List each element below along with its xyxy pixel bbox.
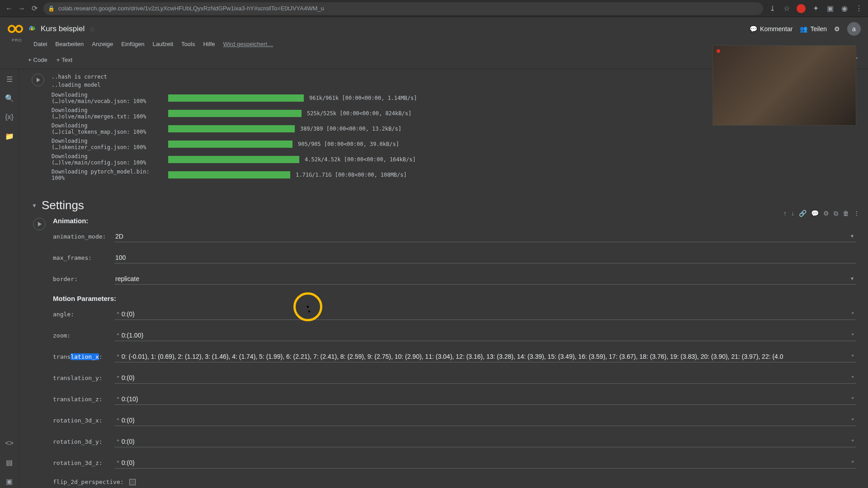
label-zoom: zoom: — [53, 332, 110, 339]
download-stats: 525k/525k [00:00<00:00, 824kB/s] — [307, 110, 411, 117]
avatar[interactable]: a — [847, 22, 861, 36]
kommentar-button[interactable]: 💬 Kommentar — [750, 25, 793, 33]
label-translation-y: translation_y: — [53, 375, 110, 381]
cell-toolbar: ↑ ↓ 🔗 💬 ⚙ ⧉ 🗑 ⋮ — [783, 210, 860, 217]
settings-cell-icon[interactable]: ⚙ — [823, 210, 829, 217]
download-stats: 389/389 [00:00<00:00, 13.2kB/s] — [300, 126, 401, 132]
install-icon[interactable]: ⤓ — [768, 4, 777, 13]
progress-bar — [168, 171, 290, 178]
dropdown-arrow-icon[interactable]: ▼ — [850, 276, 854, 281]
toc-icon[interactable]: ☰ — [5, 75, 14, 84]
star-icon[interactable]: ☆ — [89, 25, 95, 33]
mirror-icon[interactable]: ⧉ — [834, 210, 838, 217]
progress-bar — [168, 94, 304, 102]
drive-icon — [28, 25, 36, 33]
input-translation-z[interactable] — [122, 394, 849, 404]
download-label: Downloading pytorch_model.bin: 100% — [52, 169, 165, 181]
webcam-overlay — [712, 45, 856, 126]
save-status: Wird gespeichert… — [223, 41, 273, 47]
menu-datei[interactable]: Datei — [33, 41, 47, 47]
browser-chrome: ← → ⟳ 🔒 colab.research.google.com/drive/… — [0, 0, 868, 17]
variables-icon[interactable]: {x} — [5, 113, 14, 122]
label-rotation-3d-y: rotation_3d_y: — [53, 438, 110, 445]
move-up-icon[interactable]: ↑ — [783, 210, 787, 217]
url-text: colab.research.google.com/drive/1v2zLyXc… — [58, 5, 324, 12]
input-rotation-3d-x[interactable] — [122, 415, 849, 426]
download-stats: 905/905 [00:00<00:00, 39.0kB/s] — [298, 141, 399, 147]
search-icon[interactable]: 🔍 — [5, 94, 14, 103]
label-flip-2d: flip_2d_perspective: — [53, 479, 124, 485]
run-button-output[interactable] — [32, 74, 44, 86]
gear-icon: ⚙ — [834, 25, 840, 33]
menu-tools[interactable]: Tools — [181, 41, 195, 47]
download-label: Downloading (…)olve/main/vocab.json: 100… — [52, 92, 165, 104]
more-icon[interactable]: ⋮ — [854, 210, 860, 217]
lock-icon: 🔒 — [48, 5, 55, 12]
delete-icon[interactable]: 🗑 — [843, 210, 849, 217]
terminal-icon[interactable]: ▣ — [5, 477, 14, 486]
menu-hilfe[interactable]: Hilfe — [203, 41, 215, 47]
menu-anzeige[interactable]: Anzeige — [92, 41, 113, 47]
colab-logo[interactable]: PRO — [7, 21, 24, 37]
comment-cell-icon[interactable]: 💬 — [811, 210, 819, 217]
input-rotation-3d-y[interactable] — [122, 436, 849, 447]
progress-bar — [168, 125, 295, 132]
forward-button[interactable]: → — [17, 4, 26, 13]
label-rotation-3d-z: rotation_3d_z: — [53, 460, 110, 466]
pro-badge: PRO — [12, 38, 22, 42]
left-rail: ☰ 🔍 {x} 📁 <> ▤ ▣ — [0, 69, 19, 488]
input-max-frames[interactable] — [114, 252, 856, 263]
progress-bar — [168, 110, 302, 117]
comment-icon: 💬 — [750, 25, 757, 33]
add-text-button[interactable]: + Text — [52, 55, 77, 65]
label-border: border: — [53, 276, 110, 282]
notebook-content[interactable]: ..hash is correct ..loading model Downlo… — [19, 69, 868, 488]
download-label: Downloading (…)cial_tokens_map.json: 100… — [52, 122, 165, 135]
settings-gear-button[interactable]: ⚙ — [834, 25, 840, 33]
input-zoom[interactable] — [122, 330, 849, 341]
input-rotation-3d-z[interactable] — [122, 457, 849, 468]
add-code-button[interactable]: + Code — [24, 55, 52, 65]
extensions-icon[interactable]: ✦ — [811, 4, 820, 13]
svg-point-1 — [16, 26, 22, 32]
link-icon[interactable]: 🔗 — [799, 210, 807, 217]
doc-title[interactable]: Kurs beispiel — [41, 24, 85, 33]
collapse-arrow-icon[interactable]: ▼ — [32, 202, 37, 209]
extension-badge[interactable] — [797, 4, 806, 13]
files-icon[interactable]: 📁 — [5, 131, 14, 141]
settings-heading: ▼ Settings — [32, 198, 863, 212]
menu-bearbeiten[interactable]: Bearbeiten — [55, 41, 84, 47]
download-row: Downloading (…)lve/main/config.json: 100… — [52, 153, 863, 166]
label-animation-mode: animation_mode: — [53, 233, 110, 240]
input-animation-mode[interactable] — [114, 231, 856, 242]
progress-bar — [168, 156, 299, 163]
input-angle[interactable] — [122, 309, 849, 319]
code-snippets-icon[interactable]: <> — [5, 439, 14, 448]
bookmark-icon[interactable]: ☆ — [782, 4, 791, 13]
back-button[interactable]: ← — [5, 4, 14, 13]
input-translation-y[interactable] — [122, 372, 849, 383]
command-palette-icon[interactable]: ▤ — [5, 458, 14, 467]
menu-laufzeit[interactable]: Laufzeit — [153, 41, 174, 47]
input-border[interactable] — [114, 273, 856, 285]
reload-button[interactable]: ⟳ — [30, 4, 39, 13]
address-bar[interactable]: 🔒 colab.research.google.com/drive/1v2zLy… — [43, 2, 763, 15]
checkbox-flip-2d[interactable] — [129, 479, 136, 485]
download-label: Downloading (…)olve/main/merges.txt: 100… — [52, 107, 165, 120]
progress-bar — [168, 141, 292, 148]
profile-icon[interactable]: ◉ — [840, 4, 849, 13]
menu-icon[interactable]: ⋮ — [854, 4, 863, 13]
form-cell: ↑ ↓ 🔗 💬 ⚙ ⧉ 🗑 ⋮ Animation: animation_mod… — [26, 217, 863, 485]
share-icon: 👥 — [800, 25, 807, 33]
download-label: Downloading (…)lve/main/config.json: 100… — [52, 153, 165, 166]
download-stats: 4.52k/4.52k [00:00<00:00, 164kB/s] — [305, 156, 416, 163]
run-button-form[interactable] — [33, 218, 46, 230]
download-label: Downloading (…)okenizer_config.json: 100… — [52, 138, 165, 150]
dropdown-arrow-icon[interactable]: ▼ — [850, 234, 854, 239]
teilen-button[interactable]: 👥 Teilen — [800, 25, 827, 33]
animation-section-title: Animation: — [53, 217, 856, 225]
input-translation-x[interactable] — [122, 351, 849, 362]
menu-einfugen[interactable]: Einfügen — [121, 41, 144, 47]
sidepanel-icon[interactable]: ▣ — [826, 4, 835, 13]
move-down-icon[interactable]: ↓ — [791, 210, 794, 217]
